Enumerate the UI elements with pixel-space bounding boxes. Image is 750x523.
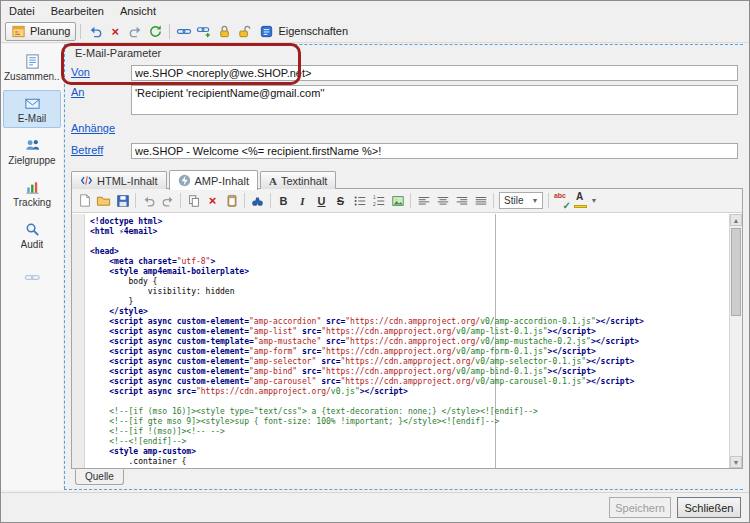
dock-guide-horizontal — [64, 489, 743, 490]
delete-icon: × — [112, 25, 120, 38]
numbered-list-button[interactable]: 12 — [369, 191, 388, 210]
style-select-label: Stile — [504, 195, 523, 206]
sidebar-item-zusammenfassung[interactable]: Zusammen... — [3, 48, 61, 86]
separator — [135, 193, 136, 208]
schliessen-button[interactable]: Schließen — [677, 497, 741, 518]
sidebar-item-zielgruppe[interactable]: Zielgruppe — [3, 132, 61, 170]
separator — [270, 193, 271, 208]
paste-button[interactable] — [222, 191, 241, 210]
properties-icon — [259, 24, 274, 39]
text-icon: A — [269, 175, 277, 187]
align-justify-button[interactable] — [471, 191, 490, 210]
undo-button[interactable] — [85, 22, 105, 41]
link-button[interactable] — [174, 22, 194, 41]
menu-datei[interactable]: Datei — [1, 3, 43, 19]
link-icon — [24, 269, 41, 286]
menu-bearbeiten[interactable]: Bearbeiten — [43, 3, 112, 19]
main-toolbar: Planung × Eigenschaften — [1, 20, 749, 43]
scroll-down-arrow[interactable]: ▼ — [730, 456, 742, 468]
undo-button[interactable] — [139, 191, 158, 210]
an-link[interactable]: An — [71, 86, 84, 98]
sidebar-item-email[interactable]: E-Mail — [3, 90, 61, 128]
align-right-button[interactable] — [452, 191, 471, 210]
code-editor: × B I U S 12 Stile ▼ abc✓ — [71, 188, 743, 469]
tab-amp-inhalt[interactable]: AMP-Inhalt — [169, 170, 258, 190]
spellcheck-icon: abc✓ — [554, 193, 570, 209]
application-window: Datei Bearbeiten Ansicht Planung × Eigen… — [0, 0, 750, 523]
find-button[interactable] — [248, 191, 267, 210]
anhaenge-link[interactable]: Anhänge — [71, 122, 115, 134]
lock-button[interactable] — [214, 22, 234, 41]
copy-button[interactable] — [184, 191, 203, 210]
audience-icon — [24, 137, 41, 154]
html-icon — [80, 174, 93, 187]
tab-quelle[interactable]: Quelle — [75, 469, 124, 485]
underline-button[interactable]: U — [312, 191, 331, 210]
add-link-button[interactable] — [194, 22, 214, 41]
open-file-button[interactable] — [94, 191, 113, 210]
sidebar-item-label: Tracking — [13, 197, 51, 208]
delete-button[interactable]: × — [105, 22, 125, 41]
align-center-button[interactable] — [433, 191, 452, 210]
tab-textinhalt[interactable]: A Textinhalt — [260, 171, 336, 189]
chevron-down-icon: ▼ — [531, 197, 538, 204]
tab-html-inhalt[interactable]: HTML-Inhalt — [71, 171, 167, 189]
menu-bar: Datei Bearbeiten Ansicht — [1, 1, 749, 20]
strikethrough-button[interactable]: S — [331, 191, 350, 210]
code-content[interactable]: <!doctype html><html ⚡4email> <head> <me… — [86, 214, 729, 468]
separator — [80, 24, 81, 39]
planung-button[interactable]: Planung — [5, 22, 76, 41]
text-color-button[interactable]: A — [571, 191, 590, 210]
save-button[interactable] — [113, 191, 132, 210]
amp-icon — [178, 174, 191, 187]
sidebar-item-label: Audit — [21, 239, 44, 250]
cut-button[interactable]: × — [203, 191, 222, 210]
chart-icon — [24, 179, 41, 196]
unlock-button[interactable] — [234, 22, 254, 41]
svg-text:2: 2 — [372, 202, 375, 207]
email-parameter-panel: E-Mail-Parameter Von An 'Recipient 'reci… — [65, 45, 743, 167]
separator — [493, 193, 494, 208]
sidebar-item-audit[interactable]: Audit — [3, 216, 61, 254]
separator — [548, 193, 549, 208]
new-file-button[interactable] — [75, 191, 94, 210]
group-title: E-Mail-Parameter — [75, 47, 161, 59]
sidebar-item-disabled — [3, 258, 61, 296]
chevron-down-icon[interactable]: ▼ — [590, 197, 597, 204]
an-input[interactable]: 'Recipient 'recipientName@gmail.com'' — [131, 85, 738, 115]
footer-divider — [1, 492, 749, 493]
sidebar-item-label: Zielgruppe — [8, 155, 55, 166]
tab-label: AMP-Inhalt — [195, 175, 249, 187]
bullet-list-button[interactable] — [350, 191, 369, 210]
editor-gutter — [72, 214, 85, 468]
spellcheck-button[interactable]: abc✓ — [552, 191, 571, 210]
scroll-thumb[interactable] — [731, 228, 741, 316]
bold-button[interactable]: B — [274, 191, 293, 210]
summary-icon — [24, 53, 41, 70]
von-input[interactable] — [131, 65, 738, 81]
content-tabs: HTML-Inhalt AMP-Inhalt A Textinhalt — [71, 169, 338, 189]
scroll-up-arrow[interactable]: ▲ — [730, 214, 742, 226]
redo-button[interactable] — [125, 22, 145, 41]
betreff-link[interactable]: Betreff — [71, 144, 103, 156]
sidebar: Zusammen... E-Mail Zielgruppe Tracking A… — [1, 44, 63, 490]
style-select[interactable]: Stile ▼ — [499, 192, 543, 209]
magnifier-icon — [24, 221, 41, 238]
separator — [180, 193, 181, 208]
speichern-button[interactable]: Speichern — [609, 497, 671, 518]
svg-text:1: 1 — [372, 195, 375, 200]
sidebar-item-tracking[interactable]: Tracking — [3, 174, 61, 212]
eigenschaften-button[interactable]: Eigenschaften — [254, 22, 353, 41]
tab-label: Textinhalt — [281, 175, 327, 187]
refresh-button[interactable] — [145, 22, 165, 41]
align-left-button[interactable] — [414, 191, 433, 210]
planung-icon — [11, 24, 26, 39]
redo-button[interactable] — [158, 191, 177, 210]
menu-ansicht[interactable]: Ansicht — [112, 3, 164, 19]
text-color-icon: A — [574, 193, 588, 209]
von-link[interactable]: Von — [71, 66, 90, 78]
italic-button[interactable]: I — [293, 191, 312, 210]
betreff-input[interactable] — [131, 143, 738, 159]
editor-scrollbar[interactable]: ▲ ▼ — [729, 214, 742, 468]
insert-image-button[interactable] — [388, 191, 407, 210]
